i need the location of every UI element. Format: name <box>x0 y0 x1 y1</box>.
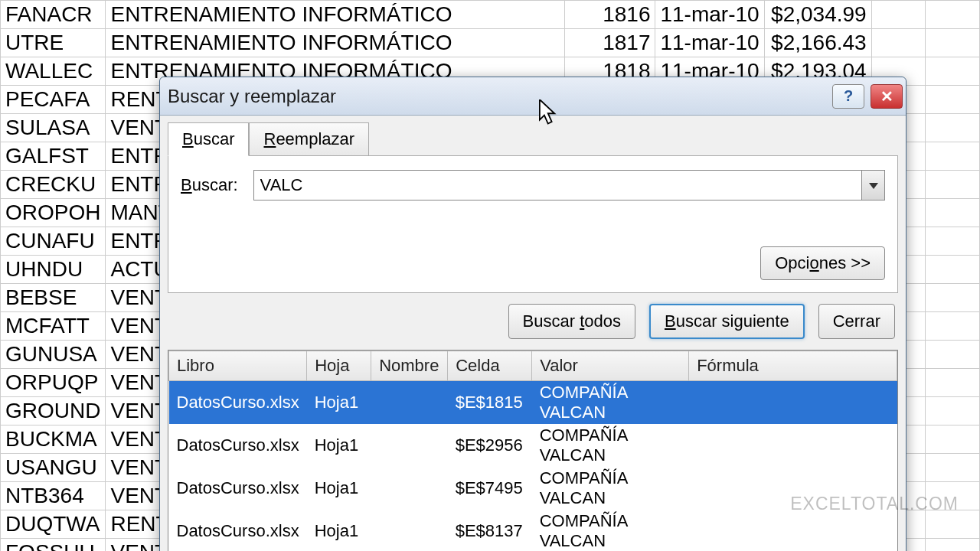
sheet-cell[interactable]: CUNAFU <box>1 227 106 256</box>
sheet-cell[interactable]: BEBSE <box>1 284 106 312</box>
close-button[interactable]: Cerrar <box>818 304 895 339</box>
results-cell: DatosCurso.xlsx <box>169 510 307 551</box>
sheet-cell[interactable]: UTRE <box>1 29 106 57</box>
chevron-down-icon <box>869 178 878 192</box>
results-cell: $E$1815 <box>448 381 532 425</box>
find-all-button[interactable]: Buscar todos <box>508 304 635 339</box>
sheet-cell[interactable]: DUQTWA <box>1 510 106 539</box>
sheet-cell[interactable]: OROPOH <box>1 199 106 227</box>
tab-replace[interactable]: Reemplazar <box>249 122 369 156</box>
search-combo <box>253 170 885 201</box>
results-cell: COMPAÑÍA VALCAN <box>532 467 689 510</box>
sheet-cell[interactable]: FANACR <box>1 1 106 29</box>
sheet-cell[interactable]: 1817 <box>565 29 655 57</box>
dialog-button-row: Buscar todos Buscar siguiente Cerrar <box>168 293 898 350</box>
sheet-cell[interactable] <box>926 199 980 227</box>
col-book[interactable]: Libro <box>169 351 307 381</box>
sheet-cell[interactable] <box>926 171 980 199</box>
close-window-button[interactable]: ✕ <box>871 84 903 109</box>
svg-marker-0 <box>869 183 878 189</box>
sheet-cell[interactable] <box>926 142 980 171</box>
sheet-cell[interactable] <box>926 284 980 312</box>
results-cell <box>689 381 897 425</box>
results-cell <box>689 510 897 551</box>
col-cell[interactable]: Celda <box>448 351 532 381</box>
sheet-cell[interactable] <box>926 510 980 539</box>
sheet-cell[interactable]: PECAFA <box>1 86 106 114</box>
sheet-cell[interactable]: ENTRENAMIENTO INFORMÁTICO <box>106 29 565 57</box>
results-cell: Hoja1 <box>307 381 371 425</box>
sheet-cell[interactable] <box>871 1 926 29</box>
sheet-cell[interactable]: SULASA <box>1 114 106 142</box>
find-next-button[interactable]: Buscar siguiente <box>649 304 805 339</box>
watermark: EXCELTOTAL.COM <box>790 494 959 514</box>
sheet-cell[interactable] <box>871 29 926 57</box>
search-label: Buscar: <box>181 175 238 195</box>
sheet-row[interactable]: FANACRENTRENAMIENTO INFORMÁTICO181611-ma… <box>1 1 980 29</box>
col-value[interactable]: Valor <box>532 351 689 381</box>
results-cell: COMPAÑÍA VALCAN <box>532 424 689 467</box>
sheet-cell[interactable]: $2,034.99 <box>764 1 871 29</box>
sheet-cell[interactable]: WALLEC <box>1 57 106 86</box>
help-button[interactable]: ? <box>832 84 864 109</box>
sheet-cell[interactable]: USANGU <box>1 454 106 482</box>
help-icon: ? <box>844 87 853 105</box>
sheet-cell[interactable]: 11-mar-10 <box>655 1 764 29</box>
sheet-cell[interactable]: 11-mar-10 <box>655 29 764 57</box>
sheet-cell[interactable] <box>926 1 980 29</box>
results-cell: Hoja1 <box>307 467 371 510</box>
sheet-cell[interactable] <box>926 397 980 425</box>
sheet-cell[interactable] <box>926 227 980 256</box>
sheet-cell[interactable] <box>926 454 980 482</box>
sheet-cell[interactable] <box>926 29 980 57</box>
sheet-cell[interactable]: ENTRENAMIENTO INFORMÁTICO <box>106 1 565 29</box>
sheet-row[interactable]: UTREENTRENAMIENTO INFORMÁTICO181711-mar-… <box>1 29 980 57</box>
sheet-cell[interactable] <box>926 425 980 454</box>
results-cell: Hoja1 <box>307 510 371 551</box>
sheet-cell[interactable]: CRECKU <box>1 171 106 199</box>
results-cell: $E$8137 <box>448 510 532 551</box>
options-button[interactable]: Opciones >> <box>760 246 885 280</box>
results-cell <box>371 510 448 551</box>
sheet-cell[interactable] <box>926 57 980 86</box>
col-sheet[interactable]: Hoja <box>307 351 371 381</box>
col-name[interactable]: Nombre <box>371 351 448 381</box>
sheet-cell[interactable]: GALFST <box>1 142 106 171</box>
tab-find[interactable]: Buscar <box>168 122 249 156</box>
sheet-cell[interactable] <box>926 369 980 397</box>
sheet-cell[interactable]: GUNUSA <box>1 341 106 369</box>
sheet-cell[interactable]: BUCKMA <box>1 425 106 454</box>
results-row[interactable]: DatosCurso.xlsxHoja1$E$7495COMPAÑÍA VALC… <box>169 467 897 510</box>
sheet-cell[interactable]: ORPUQP <box>1 369 106 397</box>
results-row[interactable]: DatosCurso.xlsxHoja1$E$1815COMPAÑÍA VALC… <box>169 381 897 425</box>
results-cell: $E$7495 <box>448 467 532 510</box>
search-input[interactable] <box>254 171 861 200</box>
search-dropdown-button[interactable] <box>861 171 884 200</box>
close-icon: ✕ <box>880 87 893 106</box>
sheet-cell[interactable]: FOSSUU <box>1 539 106 552</box>
results-cell <box>371 424 448 467</box>
sheet-cell[interactable]: GROUND <box>1 397 106 425</box>
results-cell <box>689 424 897 467</box>
col-formula[interactable]: Fórmula <box>689 351 897 381</box>
sheet-cell[interactable] <box>926 86 980 114</box>
sheet-cell[interactable] <box>926 114 980 142</box>
sheet-cell[interactable]: 1816 <box>565 1 655 29</box>
results-row[interactable]: DatosCurso.xlsxHoja1$E$8137COMPAÑÍA VALC… <box>169 510 897 551</box>
results-cell: DatosCurso.xlsx <box>169 467 307 510</box>
sheet-cell[interactable]: $2,166.43 <box>764 29 871 57</box>
results-header-row: Libro Hoja Nombre Celda Valor Fórmula <box>169 351 897 381</box>
sheet-cell[interactable]: NTB364 <box>1 482 106 510</box>
sheet-cell[interactable] <box>926 312 980 341</box>
results-cell: COMPAÑÍA VALCAN <box>532 381 689 425</box>
results-cell <box>371 381 448 425</box>
sheet-cell[interactable] <box>926 256 980 284</box>
sheet-cell[interactable]: MCFATT <box>1 312 106 341</box>
dialog-titlebar[interactable]: Buscar y reemplazar ? ✕ <box>160 77 906 116</box>
results-cell: DatosCurso.xlsx <box>169 381 307 425</box>
sheet-cell[interactable] <box>926 341 980 369</box>
results-cell: $E$2956 <box>448 424 532 467</box>
results-row[interactable]: DatosCurso.xlsxHoja1$E$2956COMPAÑÍA VALC… <box>169 424 897 467</box>
sheet-cell[interactable] <box>926 539 980 552</box>
sheet-cell[interactable]: UHNDU <box>1 256 106 284</box>
